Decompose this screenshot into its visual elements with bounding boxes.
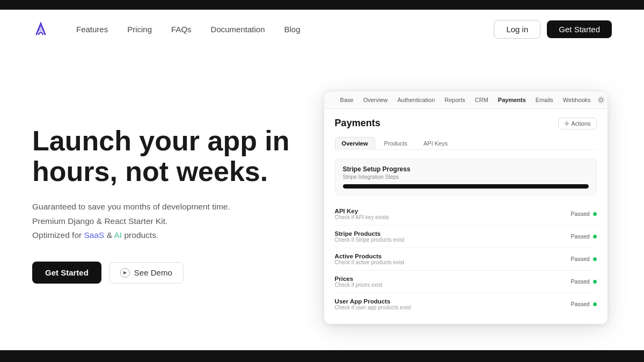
app-topbar: Base Overview Authentication Reports CRM… xyxy=(324,91,608,109)
svg-point-1 xyxy=(599,98,602,101)
nav-faqs[interactable]: FAQs xyxy=(171,25,192,34)
see-demo-label: See Demo xyxy=(134,268,172,277)
hero-subtitle: Guaranteed to save you months of develop… xyxy=(32,200,298,242)
top-bar xyxy=(0,0,644,10)
app-nav-payments[interactable]: Payments xyxy=(495,96,529,104)
app-nav-base[interactable]: Base xyxy=(337,96,357,104)
app-actions-button[interactable]: Actions xyxy=(558,118,597,129)
passed-dot xyxy=(593,302,597,306)
bottom-bar xyxy=(0,350,644,362)
progress-section: Stripe Setup Progress Stripe Integration… xyxy=(335,158,597,196)
check-item-name: User App Products xyxy=(335,298,411,305)
nav-blog[interactable]: Blog xyxy=(284,25,300,34)
passed-dot xyxy=(593,257,597,261)
subtitle-line3-pre: Optimized for xyxy=(32,230,84,240)
app-nav-webhooks[interactable]: Webhooks xyxy=(560,96,594,104)
hero-right: Base Overview Authentication Reports CRM… xyxy=(319,85,612,324)
check-item-name: Stripe Products xyxy=(335,230,405,237)
subtitle-post: products. xyxy=(122,230,158,240)
check-status: Passed xyxy=(571,233,590,240)
check-item-stripe-products: Stripe Products Check if Stripe products… xyxy=(335,226,597,248)
app-nav-crm[interactable]: CRM xyxy=(472,96,492,104)
passed-dot xyxy=(593,212,597,216)
check-item-prices: Prices Check if prices exist Passed xyxy=(335,271,597,293)
subtitle-line2: Premium Django & React Starter Kit. xyxy=(32,216,167,226)
settings-icon[interactable] xyxy=(597,96,605,104)
nav-features[interactable]: Features xyxy=(76,25,108,34)
logo-area[interactable] xyxy=(32,20,49,38)
check-item-desc: Check if user app products exist xyxy=(335,305,411,310)
nav-actions: Log in Get Started xyxy=(494,20,612,39)
check-status: Passed xyxy=(571,256,590,262)
subtitle-amp: & xyxy=(104,230,114,240)
check-status: Passed xyxy=(571,211,590,217)
check-item-name: Active Products xyxy=(335,253,405,259)
hero-buttons: Get Started ▶ See Demo xyxy=(32,262,298,284)
subtitle-ai-link[interactable]: AI xyxy=(114,230,122,240)
app-nav-reports[interactable]: Reports xyxy=(441,96,469,104)
app-screenshot: Base Overview Authentication Reports CRM… xyxy=(324,91,608,324)
progress-bar-fill xyxy=(343,184,589,189)
nav-documentation[interactable]: Documentation xyxy=(211,25,265,34)
subtitle-saas-link[interactable]: SaaS xyxy=(84,230,104,240)
app-tabs: Overview Products API Keys xyxy=(335,137,597,150)
app-tab-products[interactable]: Products xyxy=(377,137,414,149)
check-item-user-app-products: User App Products Check if user app prod… xyxy=(335,293,597,315)
nav-pricing[interactable]: Pricing xyxy=(127,25,152,34)
logo-icon xyxy=(32,20,49,38)
play-icon: ▶ xyxy=(120,268,130,278)
hero-left: Launch your app in hours, not weeks. Gua… xyxy=(32,126,298,284)
check-status: Passed xyxy=(571,278,590,285)
login-button[interactable]: Log in xyxy=(494,20,540,39)
navbar: Features Pricing FAQs Documentation Blog… xyxy=(0,10,644,48)
get-started-hero-button[interactable]: Get Started xyxy=(32,262,101,284)
app-nav-overview[interactable]: Overview xyxy=(360,96,391,104)
app-content: Payments Actions Overview Products API K… xyxy=(324,109,608,324)
check-item-desc: Check if Stripe products exist xyxy=(335,237,405,243)
hero-section: Launch your app in hours, not weeks. Gua… xyxy=(0,48,644,350)
see-demo-button[interactable]: ▶ See Demo xyxy=(109,262,184,284)
check-item-desc: Check if active products exist xyxy=(335,259,405,265)
app-tab-overview[interactable]: Overview xyxy=(335,137,375,149)
app-page-title: Payments xyxy=(335,118,380,129)
app-tab-api-keys[interactable]: API Keys xyxy=(416,137,455,149)
app-topbar-icons xyxy=(597,96,608,104)
get-started-nav-button[interactable]: Get Started xyxy=(547,20,612,38)
actions-label: Actions xyxy=(572,120,591,127)
svg-point-3 xyxy=(566,122,568,125)
nav-links: Features Pricing FAQs Documentation Blog xyxy=(76,25,494,34)
progress-subtitle: Stripe Integration Steps xyxy=(343,174,589,180)
check-item-active-products: Active Products Check if active products… xyxy=(335,248,597,271)
check-list: API Key Check if API key exists Passed S… xyxy=(335,203,597,315)
check-item-name: API Key xyxy=(335,208,389,214)
progress-title: Stripe Setup Progress xyxy=(343,165,589,173)
passed-dot xyxy=(593,280,597,284)
app-nav-auth[interactable]: Authentication xyxy=(394,96,438,104)
subtitle-line1: Guaranteed to save you months of develop… xyxy=(32,202,230,211)
check-item-desc: Check if prices exist xyxy=(335,282,383,288)
hero-title: Launch your app in hours, not weeks. xyxy=(32,126,298,187)
check-item-api-key: API Key Check if API key exists Passed xyxy=(335,203,597,226)
progress-bar-track xyxy=(343,184,589,189)
app-page-header: Payments Actions xyxy=(335,118,597,129)
actions-gear-icon xyxy=(564,121,569,126)
app-nav-emails[interactable]: Emails xyxy=(532,96,557,104)
check-item-desc: Check if API key exists xyxy=(335,214,389,220)
passed-dot xyxy=(593,235,597,238)
check-item-name: Prices xyxy=(335,276,383,282)
check-status: Passed xyxy=(571,301,590,307)
